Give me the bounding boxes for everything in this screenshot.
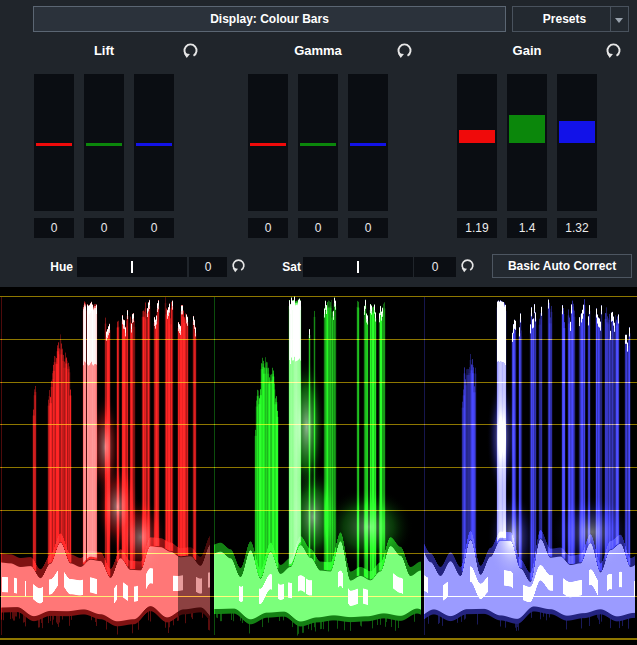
basic-auto-correct-label: Basic Auto Correct <box>508 259 616 273</box>
gain-red-value[interactable]: 1.19 <box>457 218 497 238</box>
gamma-reset-icon[interactable] <box>396 42 413 59</box>
gain-title: Gain <box>457 43 597 58</box>
lift-green-indicator[interactable] <box>86 143 122 146</box>
lift-red-indicator[interactable] <box>36 143 72 146</box>
gain-green-slider[interactable] <box>507 74 547 211</box>
gain-green-indicator[interactable] <box>509 115 545 143</box>
lift-green-slider[interactable] <box>84 74 124 211</box>
lift-title: Lift <box>34 43 174 58</box>
display-mode-button[interactable]: Display: Colour Bars <box>33 6 506 32</box>
gamma-red-indicator[interactable] <box>250 143 286 146</box>
gamma-green-slider[interactable] <box>298 74 338 211</box>
gamma-blue-indicator[interactable] <box>350 143 386 146</box>
basic-auto-correct-button[interactable]: Basic Auto Correct <box>492 254 632 278</box>
control-panel: Display: Colour Bars Presets Lift 0 0 0 … <box>0 0 637 287</box>
gain-blue-slider[interactable] <box>557 74 597 211</box>
gamma-blue-slider[interactable] <box>348 74 388 211</box>
chevron-down-icon[interactable] <box>615 18 623 23</box>
presets-divider <box>610 7 611 31</box>
gain-reset-icon[interactable] <box>605 42 622 59</box>
sat-reset-icon[interactable] <box>460 258 475 273</box>
gain-blue-value[interactable]: 1.32 <box>557 218 597 238</box>
gain-green-value[interactable]: 1.4 <box>507 218 547 238</box>
sat-slider-handle[interactable] <box>357 261 359 273</box>
sat-label: Sat <box>258 260 301 274</box>
rgb-parade-waveform <box>0 287 637 645</box>
lift-reset-icon[interactable] <box>182 42 199 59</box>
hue-label: Hue <box>30 260 73 274</box>
lift-blue-indicator[interactable] <box>136 143 172 146</box>
hue-reset-icon[interactable] <box>231 258 246 273</box>
sat-slider[interactable] <box>303 257 413 277</box>
lift-group: Lift 0 0 0 <box>34 42 200 242</box>
lift-red-slider[interactable] <box>34 74 74 211</box>
hue-slider[interactable] <box>77 257 187 277</box>
gamma-blue-value[interactable]: 0 <box>348 218 388 238</box>
presets-button[interactable]: Presets <box>512 6 629 32</box>
gain-red-indicator[interactable] <box>459 130 495 143</box>
sat-value[interactable]: 0 <box>414 257 456 277</box>
lift-blue-slider[interactable] <box>134 74 174 211</box>
display-mode-label: Display: Colour Bars <box>210 12 329 26</box>
lift-green-value[interactable]: 0 <box>84 218 124 238</box>
hue-value[interactable]: 0 <box>189 257 227 277</box>
lift-red-value[interactable]: 0 <box>34 218 74 238</box>
gamma-red-value[interactable]: 0 <box>248 218 288 238</box>
gamma-green-value[interactable]: 0 <box>298 218 338 238</box>
colour-correct-window: Display: Colour Bars Presets Lift 0 0 0 … <box>0 0 637 645</box>
gain-group: Gain 1.19 1.4 1.32 <box>457 42 623 242</box>
gain-red-slider[interactable] <box>457 74 497 211</box>
gamma-title: Gamma <box>248 43 388 58</box>
lift-blue-value[interactable]: 0 <box>134 218 174 238</box>
presets-label: Presets <box>543 12 586 26</box>
gamma-green-indicator[interactable] <box>300 143 336 146</box>
gamma-red-slider[interactable] <box>248 74 288 211</box>
gamma-group: Gamma 0 0 0 <box>248 42 414 242</box>
hue-slider-handle[interactable] <box>131 261 133 273</box>
gain-blue-indicator[interactable] <box>559 121 595 143</box>
